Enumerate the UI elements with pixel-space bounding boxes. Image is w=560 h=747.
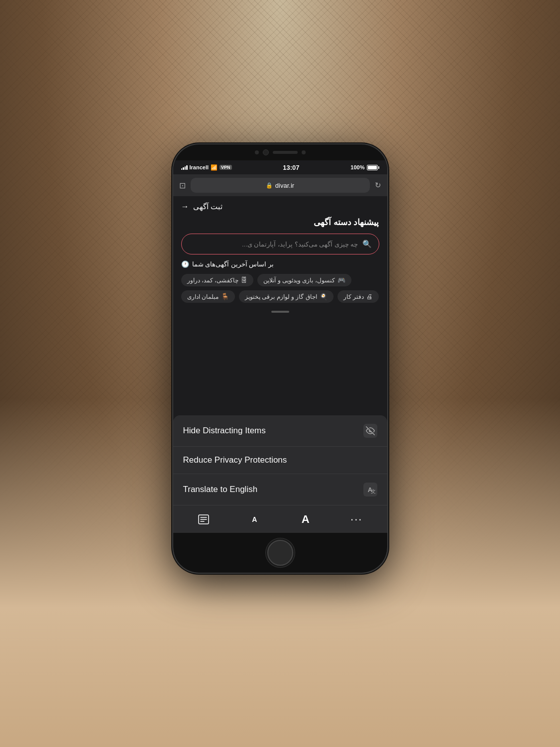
carrier-name: Irancell bbox=[190, 164, 209, 170]
scroll-indicator bbox=[181, 311, 379, 313]
battery-icon bbox=[367, 165, 379, 170]
reload-icon[interactable]: ↻ bbox=[375, 181, 381, 190]
url-text: divar.ir bbox=[275, 182, 294, 189]
menu-item-translate[interactable]: Translate to English A 文 bbox=[173, 474, 387, 505]
battery-tip bbox=[378, 166, 379, 169]
tag-icon-console: 🎮 bbox=[337, 276, 345, 284]
tag-console[interactable]: 🎮 کنسول، بازی ویدئویی و آنلاین bbox=[257, 274, 351, 286]
signal-bar-3 bbox=[185, 166, 186, 170]
post-ad-arrow: → bbox=[181, 202, 189, 211]
post-ad-row[interactable]: ثبت آگهی → bbox=[181, 202, 379, 211]
tag-furniture[interactable]: 🪑 مبلمان اداری bbox=[181, 290, 235, 303]
speaker-grille bbox=[273, 151, 298, 154]
font-larger-label: A bbox=[302, 513, 310, 526]
browser-navigation-bar: ⊡ 🔒 divar.ir ↻ bbox=[173, 174, 387, 196]
signal-bar-4 bbox=[186, 165, 188, 170]
status-time: 13:07 bbox=[283, 164, 299, 171]
tag-label-console: کنسول، بازی ویدئویی و آنلاین bbox=[263, 277, 335, 284]
post-ad-label: ثبت آگهی bbox=[193, 202, 223, 211]
search-icon: 🔍 bbox=[362, 240, 372, 249]
battery-body bbox=[367, 165, 378, 170]
section-title: پیشنهاد دسته‌ آگهی bbox=[181, 217, 379, 228]
top-dot-right bbox=[302, 150, 306, 154]
context-menu: Hide Distracting Items Reduce Privacy Pr… bbox=[173, 415, 387, 505]
menu-item-hide-distracting[interactable]: Hide Distracting Items bbox=[173, 415, 387, 447]
recent-text: بر اساس آخرین آگهی‌های شما bbox=[192, 260, 274, 268]
browser-toolbar: A A ··· bbox=[173, 505, 387, 533]
tag-wardrobe[interactable]: 🗄 چاکفشی، کمد، دراور bbox=[181, 274, 254, 286]
top-dot-left bbox=[255, 150, 259, 154]
translate-icon: A 文 bbox=[363, 483, 377, 497]
category-tags: 🎮 کنسول، بازی ویدئویی و آنلاین 🗄 چاکفشی،… bbox=[181, 274, 379, 303]
status-bar: Irancell 📶 VPN 13:07 100% bbox=[173, 160, 387, 174]
recent-label: بر اساس آخرین آگهی‌های شما 🕐 bbox=[181, 260, 379, 268]
front-camera bbox=[263, 149, 269, 155]
vpn-badge: VPN bbox=[220, 165, 232, 170]
search-box[interactable]: 🔍 چه چیزی آگهی می‌کنید؟ پراید، آپارتمان … bbox=[181, 234, 379, 254]
menu-item-reduce-privacy-label: Reduce Privacy Protections bbox=[183, 455, 287, 465]
tag-label-office: دفتر کار bbox=[343, 293, 364, 300]
website-main: ثبت آگهی → پیشنهاد دسته‌ آگهی 🔍 چه چیزی … bbox=[173, 196, 387, 415]
tag-label-furniture: مبلمان اداری bbox=[187, 293, 219, 300]
tag-icon-cooking: 🍳 bbox=[320, 293, 328, 300]
menu-item-hide-distracting-label: Hide Distracting Items bbox=[183, 426, 266, 436]
battery-percent: 100% bbox=[350, 164, 364, 170]
recent-icon: 🕐 bbox=[181, 260, 189, 268]
home-button[interactable] bbox=[267, 540, 293, 566]
status-left: Irancell 📶 VPN bbox=[181, 164, 232, 171]
tag-label-cooking: اجاق گاز و لوازم برقی پختوپز bbox=[245, 293, 317, 300]
tag-icon-furniture: 🪑 bbox=[221, 293, 229, 300]
phone-device: Irancell 📶 VPN 13:07 100% ⊡ 🔒 divar.ir bbox=[173, 144, 387, 573]
font-smaller-label: A bbox=[252, 515, 257, 523]
phone-top-hardware bbox=[173, 144, 387, 160]
tag-icon-office: 🖨 bbox=[366, 293, 373, 300]
search-placeholder: چه چیزی آگهی می‌کنید؟ پراید، آپارتمان ی.… bbox=[242, 241, 358, 248]
font-smaller-button[interactable]: A bbox=[243, 508, 265, 530]
battery-fill bbox=[368, 166, 377, 169]
more-options-label: ··· bbox=[350, 513, 362, 526]
tag-office[interactable]: 🖨 دفتر کار bbox=[337, 290, 379, 303]
tabs-icon[interactable]: ⊡ bbox=[179, 181, 186, 190]
scroll-pill bbox=[271, 311, 289, 313]
font-larger-button[interactable]: A bbox=[295, 508, 317, 530]
status-right: 100% bbox=[350, 164, 379, 170]
lock-icon: 🔒 bbox=[266, 182, 273, 189]
signal-bar-1 bbox=[181, 168, 183, 170]
reader-view-button[interactable] bbox=[193, 508, 215, 530]
phone-bottom-hardware bbox=[173, 533, 387, 573]
phone-screen: Irancell 📶 VPN 13:07 100% ⊡ 🔒 divar.ir bbox=[173, 160, 387, 533]
url-bar[interactable]: 🔒 divar.ir bbox=[191, 178, 370, 193]
signal-bars bbox=[181, 165, 188, 170]
menu-item-translate-label: Translate to English bbox=[183, 485, 258, 495]
tag-cooking[interactable]: 🍳 اجاق گاز و لوازم برقی پختوپز bbox=[239, 290, 334, 303]
menu-item-reduce-privacy[interactable]: Reduce Privacy Protections bbox=[173, 447, 387, 474]
web-content: ثبت آگهی → پیشنهاد دسته‌ آگهی 🔍 چه چیزی … bbox=[173, 196, 387, 533]
more-options-button[interactable]: ··· bbox=[345, 508, 367, 530]
tag-icon-wardrobe: 🗄 bbox=[241, 276, 247, 284]
tag-label-wardrobe: چاکفشی، کمد، دراور bbox=[187, 277, 239, 284]
wifi-icon: 📶 bbox=[211, 164, 218, 171]
signal-bar-2 bbox=[183, 167, 184, 170]
hide-distracting-icon bbox=[363, 424, 377, 438]
